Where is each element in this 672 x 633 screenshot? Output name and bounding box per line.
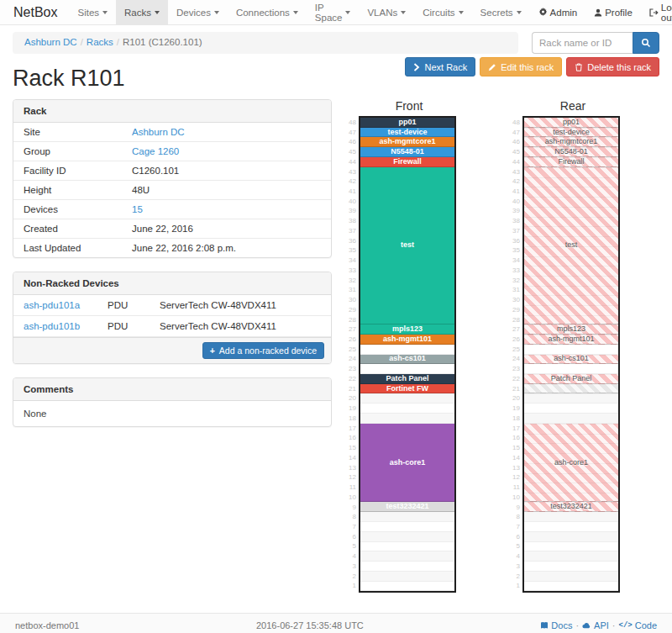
attr-value-link[interactable]: Cage 1260 [132,146,179,156]
rack-attr-row: Last UpdatedJune 22, 2016 2:08 p.m. [13,239,331,257]
rack-device-front-pp01[interactable]: pp01 [360,118,454,128]
empty-unit [360,394,454,404]
unit-number: 39 [509,207,520,217]
rack-device-front-fortinet-fw[interactable]: Fortinet FW [360,384,454,394]
cloud-icon-api-link[interactable]: API [582,620,609,630]
rack-attr-row: Facility IDC1260.101 [13,161,331,181]
rack-device-rear-patch-panel[interactable]: Patch Panel [524,374,618,384]
unit-number: 4 [345,551,356,562]
rear-rack: pp01test-deviceash-mgmtcore1N5548-01Fire… [522,116,620,593]
chevron-down-icon [401,11,406,14]
rack-device-front-test[interactable]: test [360,167,454,325]
edit-rack-button[interactable]: Edit this rack [480,57,562,76]
rack-device-rear-ash-mgmtcore1[interactable]: ash-mgmtcore1 [524,137,618,147]
rack-device-front-ash-mgmtcore1[interactable]: ash-mgmtcore1 [360,137,454,147]
code-link[interactable]: </> Code [619,620,658,630]
front-unit-numbers: 4847464544434241403938373635343332313029… [345,118,359,591]
device-link[interactable]: ash-pdu101b [24,321,80,331]
unit-number: 26 [345,335,356,345]
add-nonracked-device-button[interactable]: + Add a non-racked device [202,342,324,359]
rack-device-rear-test3232421[interactable]: test3232421 [524,502,618,512]
unit-number: 36 [509,236,520,246]
breadcrumb-site-link[interactable]: Ashburn DC [24,37,77,47]
rack-device-rear-test[interactable]: test [524,167,618,325]
rack-device-front-test3232421[interactable]: test3232421 [360,502,454,512]
unit-number: 25 [509,345,520,355]
nav-item-racks[interactable]: Racks [116,0,168,24]
nav-item-devices[interactable]: Devices [168,0,228,24]
rear-elevation-title: Rear [509,99,622,113]
unit-number: 20 [345,394,356,404]
search-input[interactable] [532,32,633,54]
attr-label: Created [13,219,127,238]
unit-number: 12 [345,472,356,483]
nav-item-vlans[interactable]: VLANs [359,0,414,24]
rack-device-rear-pp01[interactable]: pp01 [524,118,618,128]
brand-link[interactable]: NetBox [0,0,69,24]
unit-number: 6 [345,532,356,542]
unit-number: 30 [509,295,520,305]
rack-device-front-patch-panel[interactable]: Patch Panel [360,374,454,384]
unit-number: 19 [345,404,356,414]
empty-unit [360,532,454,542]
breadcrumb-racks-link[interactable]: Racks [87,37,113,47]
nav-item-circuits[interactable]: Circuits [414,0,471,24]
rack-device-front-ash-core1[interactable]: ash-core1 [360,424,454,503]
unit-number: 14 [509,453,520,463]
nav-item-admin[interactable]: Admin [530,0,586,24]
unit-number: 7 [509,522,520,532]
unit-number: 46 [509,137,520,147]
rack-attr-row: CreatedJune 22, 2016 [13,219,331,239]
unit-number: 19 [509,404,520,414]
pencil-icon [488,63,496,71]
next-rack-button[interactable]: Next Rack [405,57,475,76]
unit-number: 3 [509,562,520,572]
attr-value-link[interactable]: 15 [132,204,143,214]
unit-number: 39 [345,207,356,217]
empty-unit [360,542,454,552]
unit-number: 24 [509,355,520,365]
delete-rack-button[interactable]: Delete this rack [566,57,659,76]
empty-unit [360,364,454,374]
rack-device-rear-mpls123[interactable]: mpls123 [524,324,618,335]
unit-number: 23 [345,364,356,374]
nav-item-logout[interactable]: Log out [641,0,672,24]
unit-number: 36 [345,236,356,246]
empty-unit [360,345,454,355]
rack-device-front-mpls123[interactable]: mpls123 [360,324,454,335]
nav-item-connections[interactable]: Connections [228,0,307,24]
unit-number: 32 [509,276,520,286]
attr-label: Facility ID [13,161,127,180]
nav-item-profile[interactable]: Profile [585,0,641,24]
nav-right: Admin Profile Log out [530,0,672,24]
nav-item-ip-space[interactable]: IP Space [307,0,360,24]
rack-device-front-firewall[interactable]: Firewall [360,157,454,167]
rack-device-rear-firewall[interactable]: Firewall [524,157,618,167]
rack-device-front-n5548-01[interactable]: N5548-01 [360,147,454,157]
search-button[interactable] [633,32,659,54]
rack-device-front-ash-mgmt101[interactable]: ash-mgmt101 [360,335,454,345]
rack-device-rear-test-device[interactable]: test-device [524,128,618,138]
docs-link[interactable]: Docs [540,620,572,630]
unit-number: 12 [509,472,520,483]
rack-device-rear-ash-mgmt101[interactable]: ash-mgmt101 [524,335,618,345]
rack-attributes-table: SiteAshburn DCGroupCage 1260Facility IDC… [13,123,331,257]
footer: netbox-demo01 2016-06-27 15:35:48 UTC Do… [0,613,672,633]
cloud-icon [582,621,591,629]
rack-device-front-test-device[interactable]: test-device [360,128,454,138]
nav-item-sites[interactable]: Sites [69,0,116,24]
attr-value-link[interactable]: Ashburn DC [132,127,185,137]
unit-number: 37 [509,226,520,236]
nav-item-secrets[interactable]: Secrets [472,0,530,24]
unit-number: 22 [345,374,356,384]
unit-number: 5 [509,542,520,552]
rack-device-rear-ash-cs101[interactable]: ash-cs101 [524,355,618,365]
unit-number: 18 [345,414,356,424]
rack-device-rear-n5548-01[interactable]: N5548-01 [524,147,618,157]
rack-panel: Rack SiteAshburn DCGroupCage 1260Facilit… [13,99,332,258]
device-link[interactable]: ash-pdu101a [24,300,80,310]
unit-number: 44 [345,157,356,167]
comments-panel: Comments None [13,377,332,427]
rack-device-rear-ash-core1[interactable]: ash-core1 [524,424,618,503]
rack-device-front-ash-cs101[interactable]: ash-cs101 [360,355,454,365]
